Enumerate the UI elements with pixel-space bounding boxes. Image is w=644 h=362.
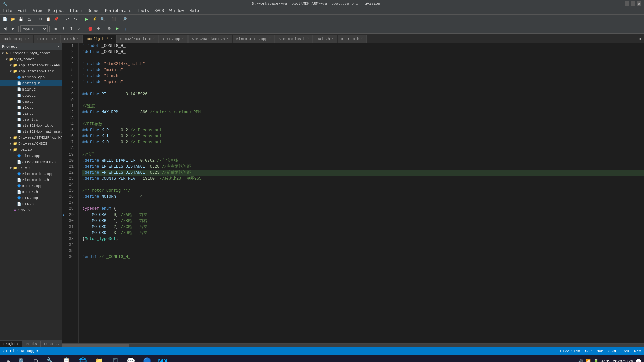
tab-close-PID.cpp[interactable]: ×: [54, 37, 56, 41]
taskbar-app-chrome[interactable]: 🌐: [75, 355, 90, 362]
tab-PID-h[interactable]: PID.h×: [60, 35, 83, 43]
taskbar-app-music[interactable]: 🎵: [107, 355, 122, 362]
step-out-button[interactable]: ⬆: [67, 25, 75, 33]
tab-close-Kinematics.h[interactable]: ×: [307, 37, 309, 41]
tree-item-4[interactable]: 🔷mainpp.cpp: [0, 74, 62, 80]
tab-close-Kinematics.cpp[interactable]: ×: [269, 37, 271, 41]
maximize-button[interactable]: □: [631, 1, 635, 6]
close-button[interactable]: ✕: [637, 1, 641, 6]
tab-PID-cpp[interactable]: PID.cpp×: [34, 35, 60, 43]
tree-item-1[interactable]: ▼📁wyu_robot: [0, 56, 62, 62]
notification-icon[interactable]: 💬: [636, 359, 641, 362]
tab-close-time.cpp[interactable]: ×: [182, 37, 184, 41]
menu-item-view[interactable]: View: [30, 7, 45, 14]
tab-close-stm32f4xx_it.c[interactable]: ×: [153, 37, 155, 41]
menu-item-tools[interactable]: Tools: [134, 7, 152, 14]
tree-item-3[interactable]: ▼📁Application/User: [0, 68, 62, 74]
tree-item-17[interactable]: 🔷time.cpp: [0, 153, 62, 159]
taskbar-app-tasks[interactable]: 📋: [59, 355, 74, 362]
open-button[interactable]: 📂: [9, 16, 17, 23]
taskbar-app-wechat[interactable]: 💬: [123, 355, 138, 362]
tree-item-12[interactable]: 📄stm32f4xx_it.c: [0, 123, 62, 129]
tree-item-10[interactable]: 📄tim.c: [0, 111, 62, 117]
menu-item-window[interactable]: Window: [167, 7, 186, 14]
tab-close-mainpp.cpp[interactable]: ×: [28, 37, 30, 41]
tab-close-config.h[interactable]: ×: [110, 37, 112, 41]
tab-STM32Hardware-h[interactable]: STM32Hardware.h×: [188, 35, 232, 43]
search-taskbar-button[interactable]: 🔍: [16, 355, 28, 362]
green-arrow-button[interactable]: ▶: [114, 25, 121, 33]
tree-item-2[interactable]: ▼📁Application/MDK-ARM: [0, 62, 62, 68]
menu-item-edit[interactable]: Edit: [15, 7, 30, 14]
task-view-button[interactable]: ⧉: [30, 355, 42, 362]
redo-button[interactable]: ↪: [72, 16, 79, 23]
breakpoint-button[interactable]: ⬤: [87, 25, 94, 33]
cut-button[interactable]: ✂: [37, 16, 44, 23]
step-in-button[interactable]: ⬇: [59, 25, 67, 33]
tree-item-13[interactable]: 📄stm32f4xx_hal_msp.c: [0, 129, 62, 135]
clear-bp-button[interactable]: ⊘: [95, 25, 102, 33]
undo-button[interactable]: ↩: [64, 16, 71, 23]
start-button[interactable]: ⊞: [3, 355, 15, 362]
save-all-button[interactable]: 🗂: [25, 16, 33, 23]
tree-item-26[interactable]: ◆CMSIS: [0, 207, 62, 213]
tab-Kinematics-cpp[interactable]: Kinematics.cpp×: [233, 35, 275, 43]
menu-item-debug[interactable]: Debug: [85, 7, 102, 14]
rebuild-button[interactable]: ⚡: [91, 16, 98, 23]
stop-button[interactable]: ⬛: [110, 16, 117, 23]
tab-Kinematics-h[interactable]: Kinematics.h×: [275, 35, 313, 43]
build-button[interactable]: ▶: [83, 16, 90, 23]
step-over-button[interactable]: ⏭: [51, 25, 59, 33]
tree-item-22[interactable]: 🔷motor.cpp: [0, 183, 62, 189]
new-file-button[interactable]: 📄: [1, 16, 9, 23]
tab-scroll-arrow[interactable]: ▶: [638, 35, 644, 43]
tree-item-24[interactable]: 🔷PID.cpp: [0, 195, 62, 201]
tab-stm32f4xx_it-c[interactable]: stm32f4xx_it.c×: [116, 35, 158, 43]
tree-item-14[interactable]: ▼📁Drivers/STM32F4xx_HAL_Dri...: [0, 135, 62, 141]
tree-item-7[interactable]: 📄gpio.c: [0, 93, 62, 99]
tab-close-mainpp.h[interactable]: ×: [361, 37, 363, 41]
tree-item-21[interactable]: 📄Kinematics.h: [0, 177, 62, 183]
menu-item-file[interactable]: File: [0, 7, 15, 14]
project-dropdown[interactable]: wyu_robot: [20, 25, 48, 32]
taskbar-app-mx[interactable]: MX: [156, 355, 170, 362]
load-button[interactable]: ↓: [122, 25, 129, 33]
tree-item-11[interactable]: 📄usart.c: [0, 117, 62, 123]
copy-button[interactable]: 📋: [45, 16, 52, 23]
bottom-tab-Project[interactable]: Project: [0, 341, 22, 347]
tab-close-STM32Hardware.h[interactable]: ×: [227, 37, 229, 41]
taskbar-app-blue[interactable]: 🔵: [140, 355, 154, 362]
paste-button[interactable]: 📌: [53, 16, 60, 23]
sidebar-close-button[interactable]: ✕: [57, 44, 60, 49]
menu-item-flash[interactable]: Flash: [67, 7, 85, 14]
bottom-tab-Func...[interactable]: Func...: [41, 341, 62, 347]
save-button[interactable]: 💾: [17, 16, 25, 23]
tab-mainpp-h[interactable]: mainpp.h×: [338, 35, 367, 43]
minimize-button[interactable]: —: [625, 1, 629, 6]
tree-item-6[interactable]: 📄main.c: [0, 86, 62, 93]
tab-mainpp-cpp[interactable]: mainpp.cpp×: [0, 35, 33, 43]
run-to-cursor-button[interactable]: ▷: [75, 25, 83, 33]
menu-item-help[interactable]: Help: [186, 7, 202, 14]
tab-close-main.h[interactable]: ×: [332, 37, 334, 41]
forward-button[interactable]: ▶: [9, 25, 17, 33]
menu-item-svcs[interactable]: SVCS: [152, 7, 167, 14]
tree-item-23[interactable]: 📄motor.h: [0, 189, 62, 195]
horizontal-scrollbar[interactable]: [62, 343, 644, 347]
menu-item-peripherals[interactable]: Peripherals: [102, 7, 134, 14]
tree-item-5[interactable]: 📄config.h: [0, 80, 62, 86]
bottom-tab-Books[interactable]: Books: [22, 341, 41, 347]
tree-item-9[interactable]: 📄i2c.c: [0, 105, 62, 111]
tab-time-cpp[interactable]: time.cpp×: [159, 35, 188, 43]
taskbar-app-ide[interactable]: 🔧: [43, 355, 58, 362]
tree-item-20[interactable]: 🔷Kinematics.cpp: [0, 171, 62, 177]
settings-button[interactable]: ⚙: [106, 25, 113, 33]
tree-item-8[interactable]: 📄dma.c: [0, 99, 62, 105]
tree-item-25[interactable]: 📄PID.h: [0, 201, 62, 207]
search-button[interactable]: 🔎: [121, 16, 128, 23]
back-button[interactable]: ◀: [1, 25, 9, 33]
debug-button[interactable]: 🔍: [99, 16, 106, 23]
code-content[interactable]: #ifndef _CONFIG_H_#define _CONFIG_H_ #in…: [79, 43, 644, 343]
tree-item-19[interactable]: ▼📁drive: [0, 165, 62, 171]
tab-close-PID.h[interactable]: ×: [77, 37, 79, 41]
